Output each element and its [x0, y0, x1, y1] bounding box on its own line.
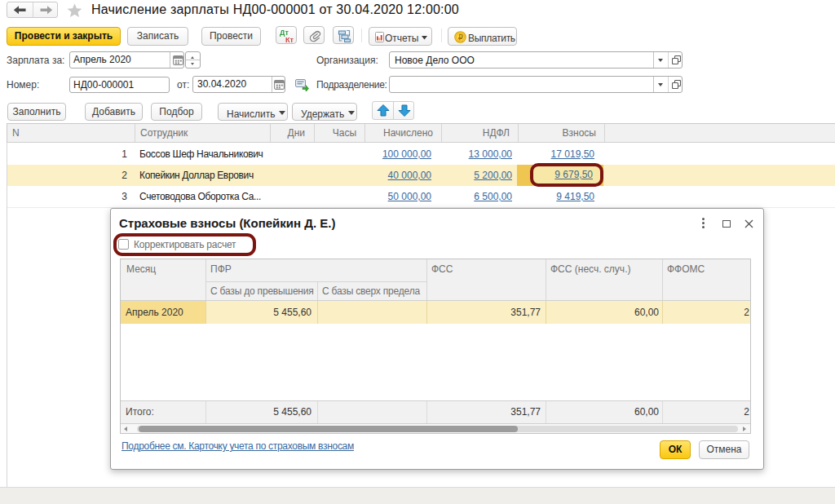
- svg-text:Кт: Кт: [285, 36, 294, 43]
- svg-text:₽: ₽: [458, 33, 463, 42]
